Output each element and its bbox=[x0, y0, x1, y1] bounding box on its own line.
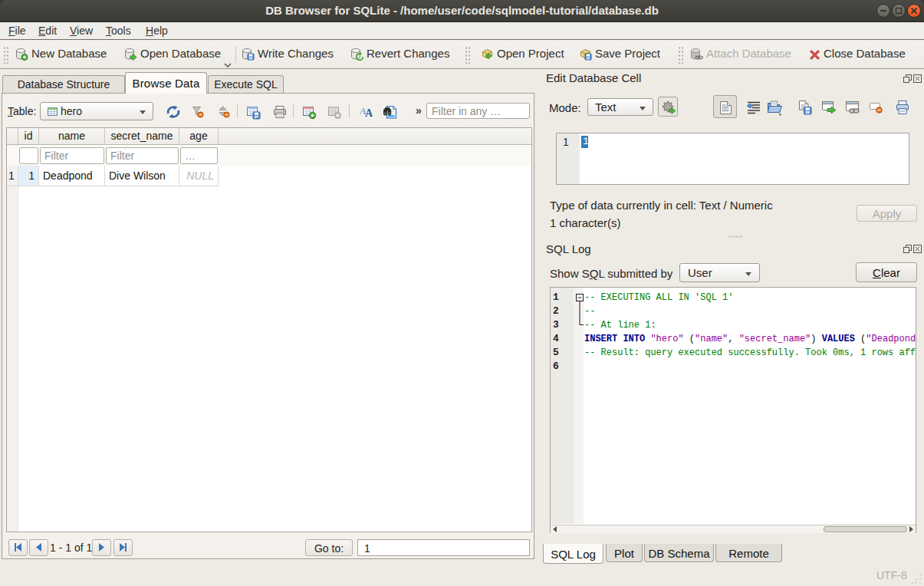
svg-text:A: A bbox=[365, 107, 373, 118]
